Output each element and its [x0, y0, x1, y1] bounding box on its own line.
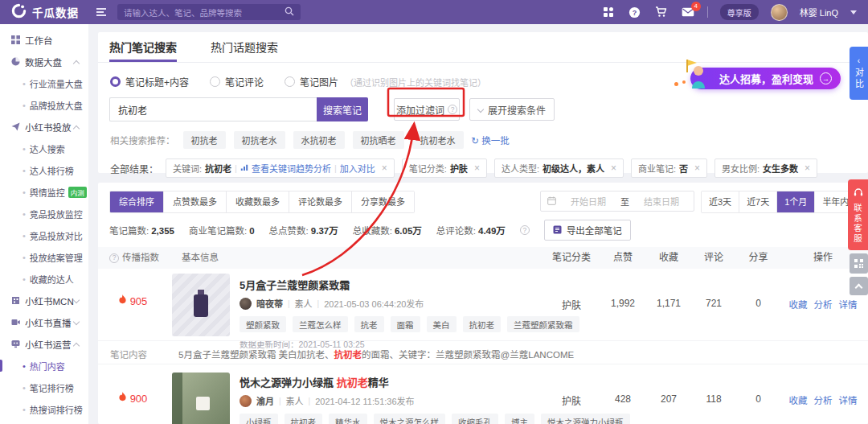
sidebar-item-workbench[interactable]: 工作台 — [0, 29, 88, 51]
sidebar-item-saved-influencers[interactable]: •收藏的达人 — [0, 268, 88, 290]
keyword-input[interactable] — [109, 97, 317, 121]
sort-most-collects[interactable]: 收藏数最多 — [226, 191, 289, 212]
range-1-month[interactable]: 1个月 — [776, 191, 814, 212]
sidebar-item-competitor-compare[interactable]: •竞品投放对比 — [0, 224, 88, 246]
author-name[interactable]: 渝月 — [256, 394, 274, 407]
detail-link[interactable]: 详情 — [839, 393, 858, 406]
sidebar-item-industry-traffic[interactable]: •行业流量大盘 — [0, 72, 88, 94]
remove-filter-icon[interactable]: × — [694, 163, 700, 174]
radio-images[interactable]: 笔记图片 — [285, 75, 338, 89]
contact-service-tab[interactable]: 联系客服 — [848, 179, 868, 250]
global-search[interactable]: 请输入达人、笔记、品牌等搜索 — [117, 4, 301, 20]
related-keyword[interactable]: 水抗初老 — [293, 131, 345, 149]
range-7-days[interactable]: 近7天 — [739, 191, 776, 212]
note-tag[interactable]: 小绿瓶 — [240, 414, 278, 424]
related-keyword[interactable]: 初抗老水 — [234, 131, 285, 149]
help-icon[interactable]: ? — [628, 5, 642, 19]
apps-grid-icon[interactable] — [601, 5, 616, 19]
table-row[interactable]: 900 悦木之源弹力小绿瓶 抗初老精华 渝月 | 素人 | 2021-04-12… — [98, 368, 868, 424]
author-avatar[interactable] — [240, 298, 252, 310]
note-tag[interactable]: 收缩毛孔 — [452, 414, 498, 424]
sidebar-section-xhs-live[interactable]: 小红书直播 — [0, 311, 88, 333]
remove-filter-icon[interactable]: × — [611, 163, 616, 174]
start-date-placeholder[interactable]: 开始日期 — [563, 195, 614, 208]
radio-title-content[interactable]: 笔记标题+内容 — [110, 75, 189, 89]
remove-filter-icon[interactable]: × — [805, 163, 810, 174]
mail-icon[interactable]: 4 — [681, 5, 695, 19]
user-menu-caret-icon[interactable] — [850, 10, 857, 14]
sidebar-item-influencer-search[interactable]: •达人搜索 — [0, 138, 88, 159]
sidebar-section-xhs-mcn[interactable]: 小红书MCN — [0, 290, 88, 311]
note-tag[interactable]: 悦木之源弹力小绿瓶 — [541, 414, 630, 424]
remove-filter-icon[interactable]: × — [382, 163, 387, 174]
sidebar-item-competitor-monitor[interactable]: •竞品投放监控 — [0, 203, 88, 224]
sidebar-item-sentiment-monitor[interactable]: •舆情监控内测 — [0, 181, 88, 203]
end-date-placeholder[interactable]: 结束日期 — [636, 195, 687, 208]
sidebar-item-hot-keyword-ranking[interactable]: •热搜词排行榜 — [0, 398, 88, 420]
filter-chip-keyword[interactable]: 关键词:抗初老 | 查看关键词趋势分析 | 加入对比 × — [166, 158, 395, 178]
export-all-notes-button[interactable]: 导出全部笔记 — [544, 220, 631, 241]
search-notes-button[interactable]: 搜索笔记 — [317, 97, 368, 121]
filter-chip-category[interactable]: 笔记分类:护肤× — [402, 158, 487, 178]
collapse-menu-icon[interactable] — [96, 8, 106, 16]
analyze-link[interactable]: 分析 — [814, 393, 833, 406]
sidebar-item-influencer-ranking[interactable]: •达人排行榜 — [0, 159, 88, 181]
tab-hot-topic-search[interactable]: 热门话题搜索 — [211, 32, 278, 62]
date-range-picker[interactable]: 开始日期 至 结束日期 — [540, 191, 694, 212]
author-avatar[interactable] — [240, 395, 252, 407]
table-row[interactable]: 905 5月盒子兰蔻塑颜紧致霜 暗夜蒂 | 素人 | 2021-05-03 06… — [98, 269, 868, 340]
sidebar-section-xhs-operation[interactable]: 小红书运营 — [0, 333, 88, 355]
range-3-days[interactable]: 近3天 — [702, 191, 739, 212]
plan-badge[interactable]: 尊享版 — [720, 4, 759, 20]
qr-code-button[interactable] — [850, 253, 868, 274]
sort-most-shares[interactable]: 分享数最多 — [351, 191, 414, 212]
analyze-link[interactable]: 分析 — [814, 298, 833, 311]
note-thumbnail[interactable] — [172, 373, 230, 424]
user-avatar[interactable] — [771, 4, 788, 21]
sort-most-likes[interactable]: 点赞数最多 — [163, 191, 226, 212]
sidebar-item-brand-dashboard[interactable]: •品牌投放大盘 — [0, 94, 88, 116]
author-name[interactable]: 暗夜蒂 — [256, 297, 283, 310]
note-tag[interactable]: 兰蔻怎么样 — [293, 316, 348, 332]
note-tag[interactable]: 面霜 — [391, 316, 420, 332]
recruit-promo-banner[interactable]: 达人招募，盈利变现 → — [690, 68, 841, 89]
remove-filter-icon[interactable]: × — [474, 163, 480, 174]
filter-chip-commercial[interactable]: 商业笔记:否× — [631, 158, 707, 178]
detail-link[interactable]: 详情 — [839, 298, 858, 311]
sidebar-item-note-ranking[interactable]: •笔记排行榜 — [0, 377, 88, 398]
note-tag[interactable]: 悦木之源怎么样 — [374, 414, 446, 424]
note-tag[interactable]: 抗老 — [354, 316, 384, 332]
note-tag[interactable]: 兰蔻塑颜紧致霜 — [507, 316, 579, 332]
user-name[interactable]: 林婴 LinQ — [800, 6, 838, 19]
sort-comprehensive[interactable]: 综合排序 — [110, 191, 163, 212]
note-tag[interactable]: 抗初老 — [463, 316, 502, 332]
refresh-related-button[interactable]: ↻ 换一批 — [472, 134, 510, 146]
search-icon[interactable] — [285, 5, 294, 19]
related-keyword[interactable]: 初抗晒老 — [353, 131, 404, 149]
sidebar-item-campaign-report[interactable]: •投放结案管理 — [0, 246, 88, 268]
filter-chip-influencer-type[interactable]: 达人类型:初级达人，素人× — [494, 158, 624, 178]
view-keyword-trend-link[interactable]: 查看关键词趋势分析 — [252, 162, 331, 175]
sidebar-section-data-dashboard[interactable]: 数据大盘 — [0, 51, 88, 72]
filter-chip-gender[interactable]: 男女比例:女生多数× — [714, 158, 817, 178]
info-icon[interactable]: ? — [109, 253, 119, 263]
back-to-top-button[interactable] — [850, 277, 868, 295]
related-keyword[interactable]: 抗初老水 — [412, 131, 464, 149]
add-filter-words-button[interactable]: 添加过滤词 ? — [394, 98, 460, 121]
add-to-compare-link[interactable]: 加入对比 — [340, 162, 375, 175]
related-keyword[interactable]: 初抗老 — [183, 131, 226, 149]
info-icon[interactable]: ? — [520, 225, 530, 235]
expand-search-conditions-button[interactable]: 展开搜索条件 — [469, 98, 555, 121]
note-title[interactable]: 5月盒子兰蔻塑颜紧致霜 — [240, 277, 579, 292]
collect-link[interactable]: 收藏 — [789, 298, 808, 311]
radio-comments[interactable]: 笔记评论 — [210, 75, 264, 89]
sidebar-section-xhs-delivery[interactable]: 小红书投放 — [0, 116, 88, 138]
note-tag[interactable]: 抗初老 — [285, 414, 323, 424]
logo[interactable]: 千瓜数据 — [11, 3, 79, 22]
note-tag[interactable]: 精华水 — [329, 414, 367, 424]
note-tag[interactable]: 塑颜紧致 — [240, 316, 286, 332]
tab-hot-note-search[interactable]: 热门笔记搜索 — [109, 32, 177, 62]
collect-link[interactable]: 收藏 — [789, 393, 808, 406]
note-tag[interactable]: 美白 — [427, 316, 457, 332]
note-tag[interactable]: 博主 — [505, 414, 534, 424]
